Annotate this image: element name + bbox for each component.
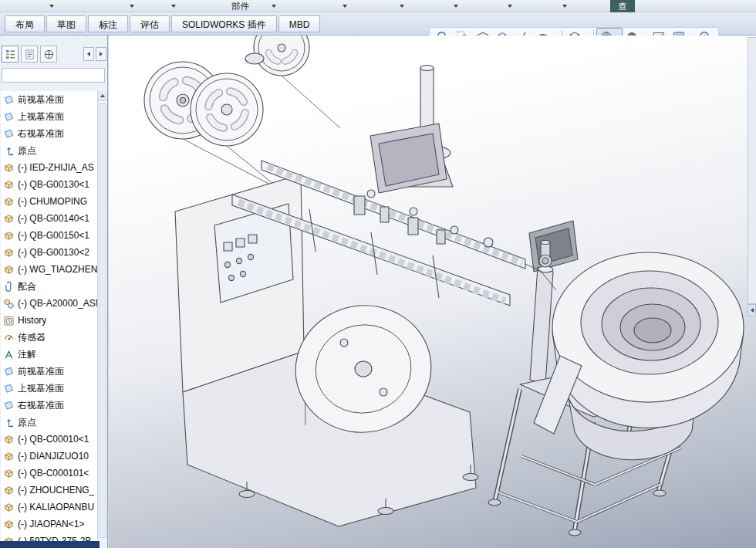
tab-4[interactable]: 评估 [130,15,170,32]
tree-item-label: (-) DIANJIZUO10 [18,451,89,462]
tree-item-label: (-) QB-C000101< [18,468,89,479]
task-pane-strip [748,37,756,304]
tree-filter-input[interactable] [2,68,105,83]
tree-item[interactable]: (-) 59TYD-375-2B [1,533,97,541]
history-icon [3,315,15,326]
tree-item[interactable]: (-) WG_TIAOZHEN [1,261,97,278]
chevron-left-icon [751,308,754,313]
commandmanager-bar: 布局草图标注评估SOLIDWORKS 插件MBD A [0,12,756,36]
menu-flyout-icon[interactable] [508,5,512,8]
part-icon [3,213,15,225]
tree-item-label: 原点 [18,144,36,157]
chevron-right-icon [100,52,103,56]
displaymanager-tab[interactable] [21,46,38,63]
tree-item[interactable]: 传感器 [1,329,97,346]
part-icon [3,485,15,496]
featuremanager-panel: 前视基准面上视基准面右视基准面原点(-) IED-ZHIJIA_AS(-) QB… [0,36,108,548]
view-menu-button[interactable]: 查 [610,0,635,12]
plane-icon [3,128,15,140]
annotations-icon [3,349,15,360]
tree-item-label: (-) IED-ZHIJIA_AS [18,162,94,173]
origin-icon [3,145,15,157]
menu-flyout-icon[interactable] [272,5,276,8]
tree-hscrollbar[interactable] [0,541,100,548]
tree-item[interactable]: (-) QB-G00140<1 [1,210,97,227]
tree-item-label: 右视基准面 [18,127,64,140]
tab-2[interactable]: 草图 [46,15,86,32]
tree-item-label: 上视基准面 [18,382,64,395]
tree-item-label: 注解 [18,348,36,361]
feature-tree: 前视基准面上视基准面右视基准面原点(-) IED-ZHIJIA_AS(-) QB… [1,91,97,541]
tree-item[interactable]: 前视基准面 [1,363,97,380]
menu-flyout-icon[interactable] [343,5,347,8]
plane-icon [3,366,15,377]
tree-item[interactable]: (-) IED-ZHIJIA_AS [1,159,97,176]
part-icon [3,179,15,191]
tree-item-label: History [18,315,46,326]
menubar: 部件 查 [0,0,756,12]
tab-3[interactable]: 标注 [88,15,128,32]
tree-item-label: (-) JIAOPAN<1> [18,519,84,529]
tree-item[interactable]: 右视基准面 [1,125,97,142]
tree-item[interactable]: History [1,312,97,329]
tree-item[interactable]: (-) QB-G00150<1 [1,227,97,244]
tree-item[interactable]: (-) KALIAOPANBU [1,499,97,516]
tree-item[interactable]: (-) JIAOPAN<1> [1,516,97,533]
cad-model-machine [109,36,756,548]
configurationmanager-icon [43,49,55,60]
tree-vscrollbar[interactable] [97,91,107,541]
configurationmanager-tab[interactable] [40,46,57,63]
part-icon [3,536,15,542]
tree-item[interactable]: 注解 [1,346,97,363]
tree-item-label: (-) KALIAOPANBU [18,502,94,512]
tree-item[interactable]: 配合 [1,278,97,295]
sensors-icon [3,332,15,343]
tab-1[interactable]: 布局 [5,15,45,32]
tree-item-label: 前视基准面 [18,365,64,378]
tree-item-label: (-) CHUMOPING [18,196,87,207]
chevron-left-icon [87,52,90,56]
tree-item-label: 前视基准面 [18,93,64,107]
featuremanager-tree-tab[interactable] [2,46,19,63]
tree-item[interactable]: 前视基准面 [1,91,97,108]
origin-icon [3,417,15,428]
tab-6[interactable]: MBD [278,15,321,32]
plane-icon [3,94,15,106]
panel-next-button[interactable] [96,47,106,61]
plane-icon [3,111,15,123]
tree-item[interactable]: (-) ZHOUCHENG_ [1,482,97,499]
panel-prev-button[interactable] [83,47,94,61]
tab-5[interactable]: SOLIDWORKS 插件 [171,15,277,32]
menu-flyout-icon[interactable] [171,5,176,8]
tree-item[interactable]: (-) QB-C00010<1 [1,431,97,448]
tree-item[interactable]: (-) DIANJIZUO10 [1,448,97,465]
menu-flyout-icon[interactable] [130,5,134,8]
menu-flyout-icon[interactable] [562,5,567,8]
tree-item[interactable]: 上视基准面 [1,380,97,397]
scroll-up-button[interactable] [98,91,107,101]
tree-item[interactable]: 原点 [1,414,97,431]
menu-flyout-icon[interactable] [454,5,458,8]
part-icon [3,247,15,259]
part-icon [3,264,15,276]
task-pane-toggle[interactable] [748,304,756,316]
part-icon [3,502,15,513]
tree-item-label: 右视基准面 [18,399,64,412]
plane-icon [3,400,15,411]
graphics-area[interactable] [109,36,756,548]
command-tabs: 布局草图标注评估SOLIDWORKS 插件MBD [5,15,320,32]
tree-item[interactable]: (-) QB-G00130<2 [1,244,97,261]
tree-item-label: (-) 59TYD-375-2B [18,536,91,541]
tree-item[interactable]: 上视基准面 [1,108,97,125]
tree-item[interactable]: 原点 [1,142,97,159]
menu-flyout-icon[interactable] [49,5,54,8]
tree-item-label: 上视基准面 [18,110,64,123]
tree-item[interactable]: (-) QB-A20000_ASM< [1,295,97,312]
scrollbar-thumb[interactable] [99,103,106,538]
tree-item-label: (-) QB-C00010<1 [18,434,89,445]
tree-item[interactable]: 右视基准面 [1,397,97,414]
tree-item[interactable]: (-) CHUMOPING [1,193,97,210]
tree-item[interactable]: (-) QB-G00130<1 [1,176,97,193]
menu-flyout-icon[interactable] [400,5,404,8]
tree-item[interactable]: (-) QB-C000101< [1,465,97,482]
